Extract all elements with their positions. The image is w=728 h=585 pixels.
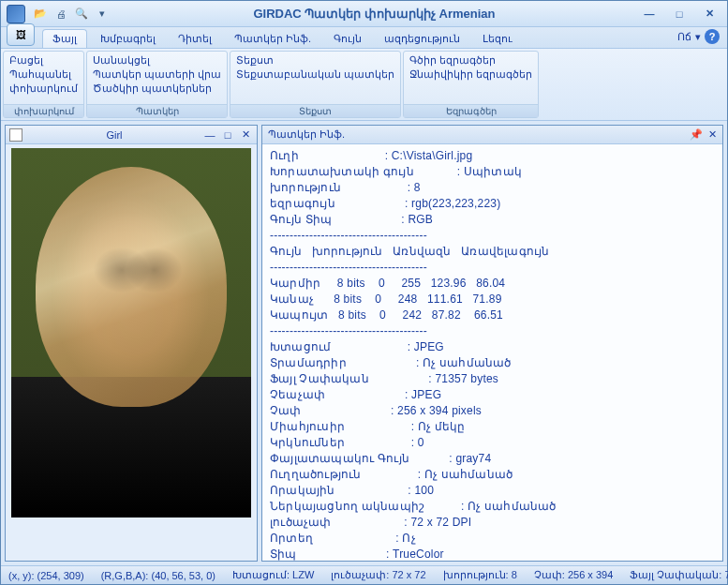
group-label-borders: Եզրագծեր [404,104,538,117]
tab-file[interactable]: Ֆայլ [42,29,87,48]
btn-erase-borders[interactable]: Ջնաիվիկիր եզրագծեր [409,68,532,81]
titlebar: 📂 🖨 🔍 ▾ GIRDAC Պատկեր փոխարկիչ Armenian … [1,1,727,27]
chevron-down-icon: ▾ [695,31,701,43]
info-panel-title: Պատկեր Ինֆ. [268,128,690,141]
app-icon [7,5,25,23]
info-panel-body: Ուղի : C:\Vista\Girl.jpg Խորատախտակի գու… [262,144,722,561]
doc-maximize-button[interactable]: □ [220,128,235,142]
status-depth: խորություն: 8 [443,569,517,581]
group-label-image: Պատկեր [87,104,227,117]
minimize-button[interactable]: — [637,7,661,22]
close-button[interactable]: ✕ [697,7,721,22]
maximize-button[interactable]: □ [667,7,691,22]
window-controls: — □ ✕ [637,7,721,22]
style-dropdown[interactable]: Ոճ ▾ ? [677,29,720,44]
ribbon-body: Բացել Պահպանել փոխարկում փոխարկում Սանակ… [1,48,727,121]
doc-minimize-button[interactable]: — [202,128,217,142]
document-icon [9,128,22,142]
btn-wallpaper[interactable]: Պատկեր պատերի վրա [93,68,221,81]
document-titlebar: Girl — □ ✕ [6,126,257,144]
document-content [6,144,257,561]
help-icon[interactable]: ? [705,29,720,44]
tab-effect[interactable]: ազդեցություն [375,30,469,48]
info-panel: Պատկեր Ինֆ. 📌 ✕ Ուղի : C:\Vista\Girl.jpg… [261,125,723,562]
tab-view[interactable]: Դիտել [169,30,221,48]
qat-dropdown-icon[interactable]: ▾ [93,5,111,23]
open-icon[interactable]: 📂 [31,5,50,23]
document-window: Girl — □ ✕ [5,125,258,562]
btn-open[interactable]: Բացել [9,54,78,67]
status-rgba: (R,G,B,A): (40, 56, 53, 0) [101,570,215,581]
ribbon-group-borders: Գծիր եզրագծեր Ջնաիվիկիր եզրագծեր Եզրագծե… [403,51,539,118]
group-label-text: Տեքստ [230,104,400,117]
tab-language[interactable]: Լեզու [473,30,522,48]
preview-icon[interactable]: 🔍 [72,5,91,23]
app-window: 📂 🖨 🔍 ▾ GIRDAC Պատկեր փոխարկիչ Armenian … [0,0,728,585]
btn-draw-borders[interactable]: Գծիր եզրագծեր [409,54,532,67]
status-size: Չափ: 256 x 394 [534,569,613,581]
statusbar: (x, y): (254, 309) (R,G,B,A): (40, 56, 5… [1,565,727,584]
status-compression: Խտացում: LZW [232,569,314,581]
status-resolution: լուծաչափ: 72 x 72 [331,569,425,581]
ribbon-group-text: Տեքստ Տեքստաբանական պատկեր Տեքստ [230,51,401,118]
image-preview[interactable] [11,148,251,518]
pin-icon[interactable]: 📌 [690,128,703,141]
start-button[interactable]: 🖼 [7,23,35,46]
tab-edit[interactable]: Խմբագրել [91,30,165,48]
btn-convert[interactable]: փոխարկում [9,82,78,95]
btn-overlay[interactable]: Ծածկիր պատկերներ [93,82,221,95]
btn-text[interactable]: Տեքստ [236,54,394,67]
app-title: GIRDAC Պատկեր փոխարկիչ Armenian [111,7,637,21]
btn-resize[interactable]: Սանակցել [93,54,221,67]
document-title: Girl [26,129,202,141]
tab-image-info[interactable]: Պատկեր Ինֆ. [225,30,320,48]
style-label: Ոճ [677,31,691,43]
doc-close-button[interactable]: ✕ [238,128,253,142]
btn-text-image[interactable]: Տեքստաբանական պատկեր [236,68,394,81]
ribbon-group-convert: Բացել Պահպանել փոխարկում փոխարկում [3,51,84,118]
picture-icon: 🖼 [16,29,26,40]
panel-close-icon[interactable]: ✕ [708,128,717,141]
tab-color[interactable]: Գույն [324,30,371,48]
info-panel-header: Պատկեր Ինֆ. 📌 ✕ [262,126,722,144]
status-xy: (x, y): (254, 309) [8,570,84,581]
btn-save[interactable]: Պահպանել [9,68,78,81]
print-icon[interactable]: 🖨 [52,5,70,23]
workspace: Girl — □ ✕ Պատկեր Ինֆ. 📌 ✕ [1,121,727,565]
ribbon-group-image: Սանակցել Պատկեր պատերի վրա Ծածկիր պատկեր… [86,51,228,118]
quick-access-toolbar: 📂 🖨 🔍 ▾ [31,5,111,23]
status-filesize: Ֆայլ Չափական: 71357 [630,569,728,581]
group-label-convert: փոխարկում [4,104,83,117]
ribbon-tabs: 🖼 Ֆայլ Խմբագրել Դիտել Պատկեր Ինֆ. Գույն … [1,27,727,48]
